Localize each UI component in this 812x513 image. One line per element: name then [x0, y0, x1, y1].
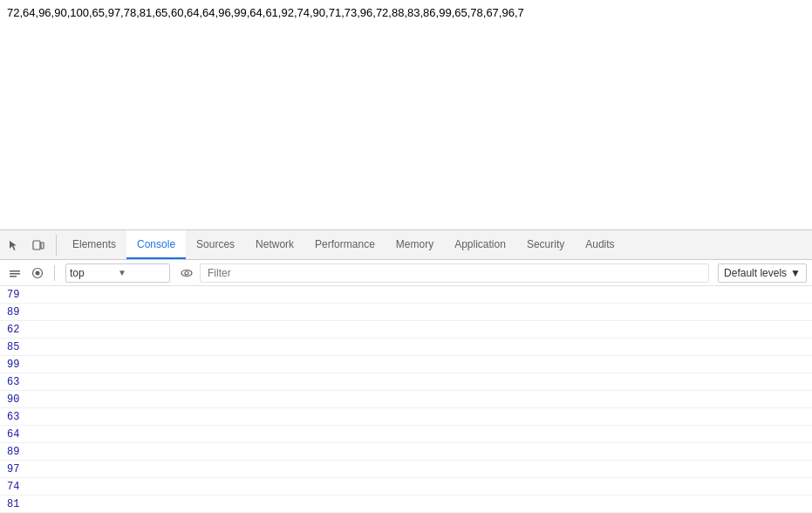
svg-point-6 [36, 270, 40, 275]
console-value: 79 [7, 289, 19, 301]
levels-arrow-icon: ▼ [790, 267, 801, 279]
toolbar-divider [54, 265, 55, 281]
console-value: 89 [7, 306, 19, 318]
tabs-list: Elements Console Sources Network Perform… [62, 230, 625, 259]
tab-elements[interactable]: Elements [62, 230, 126, 259]
tab-audits[interactable]: Audits [575, 230, 624, 259]
console-value: 99 [7, 359, 19, 371]
clear-console-icon[interactable] [5, 263, 24, 283]
svg-rect-3 [10, 273, 20, 275]
console-value: 81 [7, 498, 19, 510]
console-line: 89 [0, 443, 812, 461]
console-value: 62 [7, 324, 19, 336]
console-line: 63 [0, 408, 812, 426]
page-content-area: 72,64,96,90,100,65,97,78,81,65,60,64,64,… [0, 0, 812, 229]
devtools-window: 72,64,96,90,100,65,97,78,81,65,60,64,64,… [0, 0, 812, 513]
tabs-icon-group [3, 235, 57, 256]
console-value: 64 [7, 428, 19, 441]
console-line: 89 [0, 304, 812, 321]
default-levels-button[interactable]: Default levels ▼ [718, 263, 807, 283]
console-toolbar: top ▼ Default levels ▼ [0, 260, 812, 286]
device-icon[interactable] [28, 235, 49, 256]
svg-rect-0 [33, 241, 40, 250]
console-line: 81 [0, 496, 812, 513]
page-text: 72,64,96,90,100,65,97,78,81,65,60,64,64,… [7, 6, 524, 19]
console-line: 74 [0, 478, 812, 496]
eye-icon[interactable] [177, 263, 196, 283]
tab-sources[interactable]: Sources [186, 230, 245, 259]
tab-memory[interactable]: Memory [386, 230, 444, 259]
svg-rect-4 [10, 276, 17, 277]
console-line: 62 [0, 321, 812, 339]
devtools-panel: Elements Console Sources Network Perform… [0, 229, 812, 513]
svg-rect-2 [10, 270, 20, 272]
console-value: 63 [7, 376, 19, 388]
cursor-icon[interactable] [3, 235, 24, 256]
console-line: 64 [0, 426, 812, 443]
svg-rect-1 [41, 243, 44, 249]
console-value: 90 [7, 393, 19, 406]
stop-recording-icon[interactable] [28, 263, 47, 283]
console-value: 63 [7, 411, 19, 423]
svg-point-8 [185, 271, 188, 275]
context-selector[interactable]: top ▼ [65, 263, 170, 283]
filter-input-wrap[interactable] [200, 263, 709, 283]
tab-console[interactable]: Console [126, 230, 186, 259]
console-line: 99 [0, 356, 812, 373]
console-line: 63 [0, 373, 812, 391]
console-line: 79 [0, 286, 812, 304]
tab-security[interactable]: Security [516, 230, 575, 259]
console-line: 90 [0, 391, 812, 408]
filter-input[interactable] [204, 267, 705, 279]
tab-application[interactable]: Application [444, 230, 516, 259]
console-line: 85 [0, 339, 812, 356]
context-selector-arrow: ▼ [118, 268, 166, 277]
console-line: 97 [0, 461, 812, 478]
console-value: 74 [7, 481, 19, 493]
console-output: 79 89 62 85 99 63 90 63 [0, 286, 812, 513]
tabs-bar: Elements Console Sources Network Perform… [0, 230, 812, 260]
tab-performance[interactable]: Performance [304, 230, 386, 259]
console-value: 89 [7, 446, 19, 458]
tab-network[interactable]: Network [245, 230, 304, 259]
console-value: 97 [7, 463, 19, 475]
console-value: 85 [7, 341, 19, 353]
